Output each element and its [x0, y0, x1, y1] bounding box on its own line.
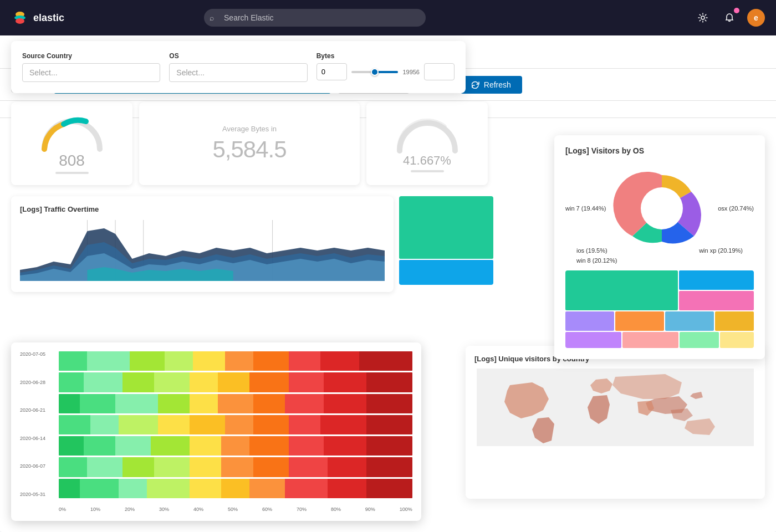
notifications-button[interactable]: [721, 9, 738, 27]
world-map-svg: [474, 369, 756, 446]
stacked-bar-panel: 2020-07-05 2020-06-28 2020-06-21 2020-06…: [11, 342, 421, 521]
bars-container: [59, 351, 412, 498]
source-country-select[interactable]: Select...: [22, 63, 160, 82]
svg-point-5: [701, 16, 704, 19]
bell-icon: [724, 13, 734, 23]
source-country-col: Source Country Select...: [22, 52, 160, 82]
global-search-input[interactable]: [204, 9, 426, 27]
ios-label: ios (19.5%): [576, 247, 607, 254]
gauges-row: 808 Average Bytes in 5,584.5 41.667%: [0, 102, 499, 185]
source-country-label: Source Country: [22, 52, 160, 60]
x-label-70: 70%: [297, 507, 307, 512]
gauge-panel-2: Average Bytes in 5,584.5: [139, 102, 360, 185]
gauge-2-value: 5,584.5: [212, 136, 286, 163]
y-label-6: 2020-05-31: [20, 492, 56, 497]
bar-row-2: [59, 372, 412, 392]
gauge-3-percent: 41.667%: [403, 154, 451, 168]
bar-row-6: [59, 457, 412, 477]
search-icon: ⌕: [210, 13, 214, 22]
win7-label: win 7 (19.44%): [565, 205, 606, 212]
visitors-os-panel: [Logs] Visitors by OS win 7 (19.44%): [554, 135, 765, 359]
visitors-os-title: [Logs] Visitors by OS: [565, 146, 754, 155]
y-label-2: 2020-06-28: [20, 380, 56, 385]
dashboard-area: D Dashboard / [Logs] Web Traffic Filters…: [0, 35, 776, 532]
os-select[interactable]: Select...: [169, 63, 307, 82]
x-label-10: 10%: [90, 507, 100, 512]
user-initial: e: [754, 13, 758, 22]
traffic-chart-svg: [20, 220, 385, 281]
x-label-20: 20%: [125, 507, 135, 512]
x-label-30: 30%: [159, 507, 169, 512]
elastic-logo[interactable]: elastic: [11, 9, 64, 27]
y-label-3: 2020-06-21: [20, 407, 56, 413]
bytes-label: Bytes: [316, 52, 455, 60]
gauge-1-value: 808: [59, 152, 85, 170]
x-label-100: 100%: [400, 507, 412, 512]
svg-point-10: [641, 187, 683, 229]
x-label-90: 90%: [365, 507, 375, 512]
bar-row-4: [59, 415, 412, 434]
filter-dropdown-panel: Source Country Select... OS Select... By…: [11, 41, 466, 93]
map-panel: [Logs] Unique visitors by country: [466, 346, 765, 499]
y-label-4: 2020-06-14: [20, 436, 56, 441]
os-label: OS: [169, 52, 307, 60]
donut-chart-container: win 7 (19.44%) osx (20.74%): [565, 164, 754, 264]
top-navigation: elastic ⌕ e: [0, 0, 776, 35]
settings-button[interactable]: [694, 9, 712, 27]
bar-row-5: [59, 436, 412, 456]
gauge-1-bar: [55, 172, 89, 174]
bytes-col: Bytes 19956: [316, 52, 455, 80]
traffic-title: [Logs] Traffic Overtime: [20, 205, 385, 213]
stacked-bar-chart: 2020-07-05 2020-06-28 2020-06-21 2020-06…: [20, 351, 412, 512]
filter-row: Source Country Select... OS Select... By…: [22, 52, 455, 82]
bytes-max-input[interactable]: [424, 63, 455, 80]
donut-area: win 7 (19.44%) osx (20.74%): [565, 164, 754, 253]
bytes-min-input[interactable]: [316, 63, 347, 80]
x-label-40: 40%: [193, 507, 203, 512]
bytes-range-container: 19956: [316, 63, 455, 80]
win8-label: win 8 (20.12%): [565, 257, 754, 264]
os-col: OS Select...: [169, 52, 307, 82]
x-label-60: 60%: [262, 507, 272, 512]
gauge-3-svg: [394, 115, 461, 154]
donut-chart-svg: [612, 164, 712, 253]
bytes-max-label: 19956: [402, 69, 420, 75]
y-axis-labels: 2020-07-05 2020-06-28 2020-06-21 2020-06…: [20, 351, 56, 498]
gauge-2-label: Average Bytes in: [222, 125, 277, 133]
elastic-logo-icon: [11, 9, 29, 27]
x-axis-labels: 0% 10% 20% 30% 40% 50% 60% 70% 80% 90% 1…: [59, 507, 412, 512]
y-label-5: 2020-06-07: [20, 463, 56, 469]
bar-row-3: [59, 394, 412, 413]
bar-row-7: [59, 479, 412, 498]
notification-badge: [734, 8, 739, 13]
user-avatar[interactable]: e: [747, 9, 765, 27]
x-label-50: 50%: [228, 507, 238, 512]
x-label-0: 0%: [59, 507, 66, 512]
bar-row-1: [59, 351, 412, 371]
global-search-bar: ⌕: [204, 9, 426, 27]
osx-label: osx (20.74%): [718, 205, 754, 212]
treemap-panel: [565, 270, 754, 348]
y-label-1: 2020-07-05: [20, 351, 56, 357]
elastic-brand-name: elastic: [33, 12, 64, 24]
range-slider[interactable]: [351, 66, 399, 78]
gauge-3-bar: [411, 170, 444, 172]
gauge-panel-3: 41.667%: [366, 102, 488, 185]
winxp-label: win xp (20.19%): [699, 247, 743, 254]
gauge-1-svg: [39, 113, 105, 152]
traffic-panel: [Logs] Traffic Overtime: [11, 196, 394, 292]
svg-point-4: [14, 16, 25, 20]
nav-icons-group: e: [694, 9, 765, 27]
treemap-mini: [399, 196, 493, 285]
x-label-80: 80%: [331, 507, 341, 512]
gauge-panel-1: 808: [11, 102, 132, 185]
settings-icon: [698, 13, 708, 23]
